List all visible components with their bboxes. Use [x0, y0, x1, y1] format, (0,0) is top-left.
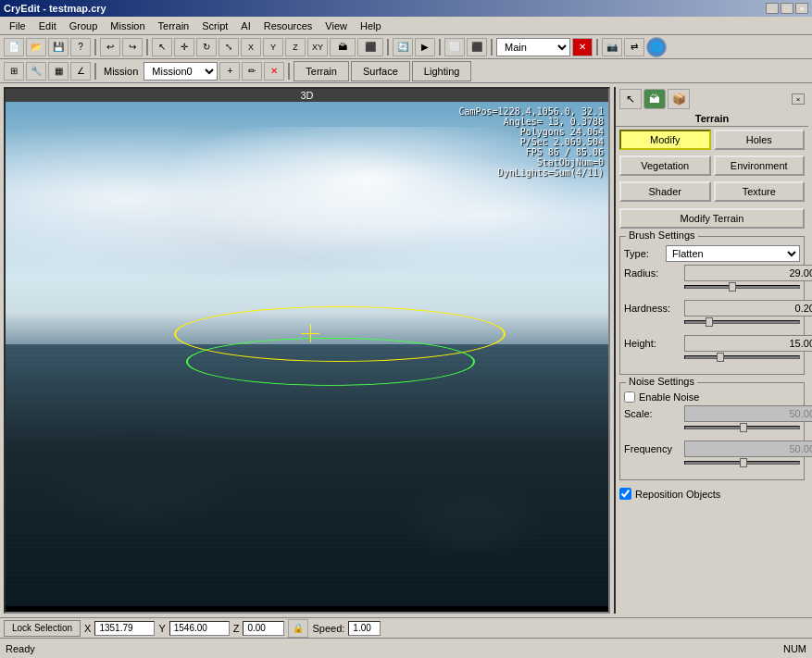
redo-button[interactable]: ↪ — [122, 38, 143, 56]
enable-noise-label: Enable Noise — [639, 391, 699, 403]
move-button[interactable]: ✛ — [174, 38, 194, 56]
menu-resources[interactable]: Resources — [258, 19, 319, 33]
x-value: 1351.79 — [99, 623, 132, 633]
open-button[interactable]: 📂 — [26, 38, 46, 56]
menu-script[interactable]: Script — [196, 19, 233, 33]
del-mission-button[interactable]: ✕ — [264, 62, 284, 81]
menu-mission[interactable]: Mission — [105, 19, 150, 33]
hud-statobj: StatObjNum=0 — [458, 157, 604, 168]
scale-input[interactable] — [684, 405, 812, 422]
mission-dropdown[interactable]: Mission0 — [144, 62, 218, 81]
radius-input[interactable] — [684, 265, 812, 281]
menu-terrain[interactable]: Terrain — [153, 19, 195, 33]
lock-icon[interactable]: 🔒 — [288, 619, 308, 638]
add-mission-button[interactable]: + — [219, 62, 240, 81]
menu-file[interactable]: File — [4, 19, 31, 33]
terrain-tab-button[interactable]: Terrain — [294, 61, 349, 81]
select-button[interactable]: ↖ — [152, 38, 172, 56]
minimize-button[interactable]: _ — [766, 3, 779, 14]
type-dropdown[interactable]: Flatten Rise/Lower Smooth Pick Height — [666, 245, 800, 262]
rotate-button[interactable]: ↻ — [196, 38, 217, 56]
panel-close-button[interactable]: × — [792, 93, 805, 105]
y-value: 1546.00 — [174, 623, 207, 633]
new-button[interactable]: 📄 — [4, 38, 24, 56]
modify-terrain-button[interactable]: Modify Terrain — [619, 208, 805, 229]
hud-polygons: Polygons 24.064 — [458, 127, 604, 137]
axisXY-button[interactable]: XY — [307, 38, 328, 56]
lock-selection-button[interactable]: Lock Selection — [4, 620, 81, 637]
height-slider-thumb[interactable] — [717, 353, 724, 362]
height-input[interactable] — [684, 335, 812, 352]
scale-slider-thumb[interactable] — [740, 423, 747, 432]
edit-mission-button[interactable]: ✏ — [242, 62, 262, 81]
refresh-button[interactable]: 🔄 — [393, 38, 413, 56]
hud-campos: CamPos=1228.4,1056.0, 32.1 — [458, 106, 604, 117]
reposition-checkbox[interactable] — [619, 488, 631, 500]
menu-ai[interactable]: AI — [235, 19, 256, 33]
world-button[interactable]: 🌐 — [646, 37, 667, 57]
surface-tab-button[interactable]: Surface — [351, 61, 410, 81]
close-button[interactable]: × — [795, 3, 808, 14]
holes-button[interactable]: Holes — [714, 130, 806, 150]
snap-button[interactable]: ⊞ — [4, 62, 24, 81]
viewport-hud: CamPos=1228.4,1056.0, 32.1 Angles= 13, 0… — [458, 106, 604, 178]
hardness-input[interactable] — [684, 300, 812, 317]
grid-button[interactable]: ▦ — [48, 62, 69, 81]
status-bar: Lock Selection X 1351.79 Y 1546.00 Z 0.0… — [0, 617, 812, 638]
menu-edit[interactable]: Edit — [33, 19, 62, 33]
view-mode-dropdown[interactable]: Main — [496, 38, 570, 56]
axisZ-button[interactable]: Z — [285, 38, 306, 56]
help-button[interactable]: ? — [70, 38, 91, 56]
vegetation-button[interactable]: Vegetation — [619, 155, 711, 176]
viewport-container: 3D — [4, 87, 610, 614]
height-row: Height: ▲ ▼ — [624, 335, 800, 352]
menu-view[interactable]: View — [319, 19, 353, 33]
terrain-mode-btn[interactable]: ⬛ — [357, 38, 383, 56]
terrain-btn-icon[interactable]: 🏔 — [330, 38, 356, 56]
frequency-slider-thumb[interactable] — [740, 458, 747, 467]
axisY-button[interactable]: Y — [263, 38, 283, 56]
hardness-slider-thumb[interactable] — [706, 317, 713, 327]
frequency-input[interactable] — [684, 441, 812, 457]
maximize-button[interactable]: □ — [781, 3, 793, 14]
shader-button[interactable]: Shader — [619, 181, 711, 202]
scale-slider-track — [684, 426, 800, 429]
panel-icon-terrain[interactable]: 🏔 — [643, 89, 666, 109]
environment-button[interactable]: Environment — [714, 155, 806, 176]
panel-title: Terrain — [695, 113, 729, 124]
menu-help[interactable]: Help — [355, 19, 387, 33]
angle-button[interactable]: ∠ — [70, 62, 91, 81]
shader-label: Shader — [649, 186, 681, 197]
play-button[interactable]: ▶ — [415, 38, 435, 56]
save-button[interactable]: 💾 — [48, 38, 69, 56]
enable-noise-checkbox[interactable] — [624, 391, 635, 403]
viewport-3d[interactable]: CamPos=1228.4,1056.0, 32.1 Angles= 13, 0… — [6, 102, 608, 606]
camera-button[interactable]: 📷 — [602, 38, 622, 56]
panel-icon-cursor[interactable]: ↖ — [619, 89, 642, 109]
undo-button[interactable]: ↩ — [100, 38, 120, 56]
axisX-button[interactable]: X — [241, 38, 261, 56]
panel-icon-objects[interactable]: 📦 — [668, 89, 690, 109]
menu-group[interactable]: Group — [64, 19, 104, 33]
texture-button[interactable]: Texture — [714, 181, 806, 202]
sep-3 — [387, 39, 389, 56]
wire-button[interactable]: ⬜ — [444, 38, 465, 56]
magnet-button[interactable]: 🔧 — [26, 62, 46, 81]
scale-button[interactable]: ⤡ — [219, 38, 239, 56]
toolbar-1: 📄 📂 💾 ? ↩ ↪ ↖ ✛ ↻ ⤡ X Y Z XY 🏔 ⬛ 🔄 ▶ ⬜ ⬛… — [0, 35, 812, 59]
x-field: 1351.79 — [94, 621, 155, 636]
frequency-slider-track — [684, 461, 800, 465]
solid-button[interactable]: ⬛ — [467, 38, 487, 56]
radius-row: Radius: ▲ ▼ — [624, 265, 800, 281]
scale-row: Scale: ▲ ▼ — [624, 405, 800, 422]
hud-psec: P/Sec 2.069.504 — [458, 137, 604, 147]
lighting-tab-button[interactable]: Lighting — [412, 61, 472, 81]
brush-inner-circle — [186, 338, 475, 386]
stop-button[interactable]: ✕ — [572, 38, 593, 56]
modify-button[interactable]: Modify — [619, 130, 711, 150]
radius-slider-thumb[interactable] — [729, 282, 736, 292]
move2-button[interactable]: ⇄ — [624, 38, 644, 56]
hardness-slider-row — [684, 320, 800, 331]
radius-slider-row — [684, 285, 800, 296]
panel-btn-row-2: Vegetation Environment — [619, 155, 805, 176]
